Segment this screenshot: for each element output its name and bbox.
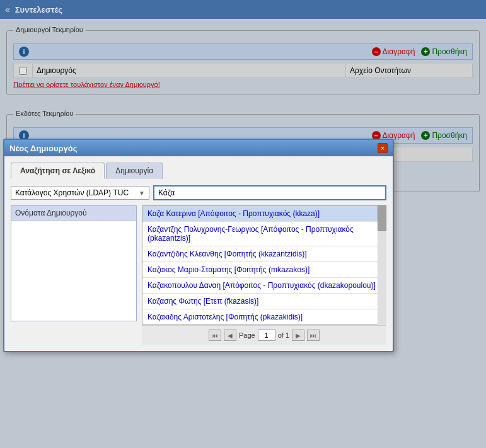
result-item-4[interactable]: Καζακος Μαριο-Σταματης [Φοιτητής (mkazak… <box>142 262 386 278</box>
pagination: ⏮ ◀ Page of 1 ▶ ⏭ <box>142 325 386 345</box>
scrollbar-track <box>378 205 386 325</box>
next-page-button[interactable]: ▶ <box>292 330 304 341</box>
results-wrapper: Καζα Κατερινα [Απόφοιτος - Προπτυχιακός … <box>142 205 386 325</box>
modal-body: Αναζήτηση σε Λεξικό Δημιουργία Κατάλογος… <box>4 156 393 351</box>
tab-search[interactable]: Αναζήτηση σε Λεξικό <box>11 163 105 179</box>
of-label: of 1 <box>278 331 289 339</box>
dropdown-arrow-icon: ▼ <box>139 190 145 197</box>
scrollbar-thumb[interactable] <box>378 205 386 231</box>
prev-page-button[interactable]: ◀ <box>224 330 236 341</box>
modal-title: Νέος Δημιουργός <box>9 144 77 153</box>
last-page-button[interactable]: ⏭ <box>307 330 320 341</box>
names-content <box>11 221 137 321</box>
catalog-dropdown[interactable]: Κατάλογος Χρηστών (LDAP) TUC ▼ <box>11 186 149 200</box>
first-page-button[interactable]: ⏮ <box>209 330 221 341</box>
result-item-2[interactable]: Καζαντζης Πολυχρονης-Γεωργιος [Απόφοιτος… <box>142 222 386 246</box>
page-number-input[interactable] <box>258 330 275 341</box>
names-panel: Ονόματα Δημιουργού <box>11 205 137 345</box>
result-item-1[interactable]: Καζα Κατερινα [Απόφοιτος - Προπτυχιακός … <box>142 206 386 222</box>
new-creator-modal: Νέος Δημιουργός × Αναζήτηση σε Λεξικό Δη… <box>3 139 394 352</box>
tab-create[interactable]: Δημιουργία <box>106 163 163 179</box>
result-item-3[interactable]: Καζαντζιδης Κλεανθης [Φοιτητής (kkazantz… <box>142 246 386 262</box>
result-item-7[interactable]: Καζακιδης Αριστοτελης [Φοιτητής (pkazaki… <box>142 309 386 325</box>
result-item-6[interactable]: Καζασης Φωτης [Ετεπ (fkazasis)] <box>142 294 386 309</box>
result-item-5[interactable]: Καζακοπουλου Δαναη [Απόφοιτος - Προπτυχι… <box>142 278 386 294</box>
names-label: Ονόματα Δημιουργού <box>11 205 137 221</box>
search-row: Κατάλογος Χρηστών (LDAP) TUC ▼ <box>11 185 386 200</box>
results-panel: Καζα Κατερινα [Απόφοιτος - Προπτυχιακός … <box>142 205 386 345</box>
results-dropdown: Καζα Κατερινα [Απόφοιτος - Προπτυχιακός … <box>142 205 386 325</box>
catalog-dropdown-value: Κατάλογος Χρηστών (LDAP) TUC <box>15 188 129 197</box>
modal-two-col: Ονόματα Δημιουργού Καζα Κατερινα [Απόφοι… <box>11 205 386 345</box>
modal-close-button[interactable]: × <box>378 143 388 153</box>
modal-title-bar: Νέος Δημιουργός × <box>4 140 393 156</box>
page-label: Page <box>239 331 255 339</box>
search-input[interactable] <box>153 185 386 200</box>
modal-tabs: Αναζήτηση σε Λεξικό Δημιουργία <box>11 163 386 179</box>
